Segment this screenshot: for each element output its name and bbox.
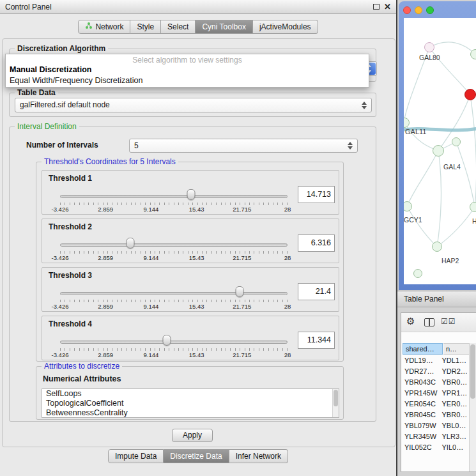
- table-cell[interactable]: YBR045C: [403, 410, 441, 420]
- table-cell[interactable]: YPR1…: [441, 388, 468, 399]
- table-cell[interactable]: YLR345W: [403, 431, 441, 442]
- network-node[interactable]: [464, 89, 476, 100]
- tab-style[interactable]: Style: [130, 20, 161, 34]
- threshold-3-box: Threshold 3 -3.4262.8599.14415.4321.7152…: [42, 267, 339, 312]
- table-cell[interactable]: YBR043C: [403, 377, 441, 388]
- slider-track[interactable]: [60, 292, 288, 295]
- slider-track[interactable]: [60, 341, 288, 344]
- table-cell[interactable]: YDR27…: [403, 366, 441, 377]
- table-row[interactable]: YDL19… YDL1…: [403, 355, 468, 366]
- table-row[interactable]: YER054C YER0…: [403, 399, 468, 410]
- slider-thumb[interactable]: [236, 286, 244, 297]
- table-cell[interactable]: YDL1…: [441, 355, 468, 366]
- scrollbar-thumb[interactable]: [470, 344, 475, 399]
- threshold-4-value-field[interactable]: 11.344: [298, 332, 335, 349]
- table-cell[interactable]: YER0…: [441, 399, 468, 410]
- threshold-1-value-field[interactable]: 14.713: [298, 186, 335, 203]
- table-cell[interactable]: YER054C: [403, 399, 441, 410]
- apply-button[interactable]: Apply: [172, 429, 213, 442]
- network-node[interactable]: [470, 49, 476, 59]
- slider-thumb[interactable]: [127, 238, 135, 249]
- column-header-shared-name[interactable]: shared…: [403, 343, 443, 355]
- slider-thumb[interactable]: [187, 189, 196, 200]
- network-node[interactable]: [433, 145, 444, 157]
- network-node[interactable]: [413, 269, 422, 278]
- network-node[interactable]: [470, 202, 476, 212]
- numerical-attributes-list[interactable]: SelfLoopsTopologicalCoefficientBetweenne…: [42, 388, 339, 418]
- table-row[interactable]: YBR043C YBR0…: [403, 377, 468, 388]
- zoom-traffic-light[interactable]: [426, 6, 434, 14]
- list-item[interactable]: SelfLoops: [42, 389, 339, 399]
- table-panel-header[interactable]: Table Panel: [397, 291, 476, 307]
- table-row[interactable]: YLR345W YLR3…: [403, 431, 468, 442]
- tab-network[interactable]: Network: [78, 20, 130, 34]
- tab-discretize-data[interactable]: Discretize Data: [164, 449, 229, 463]
- table-panel-toolbar: ⚙ ☑☑: [401, 313, 476, 332]
- slider-ticks: [60, 300, 288, 302]
- table-cell[interactable]: YPR145W: [403, 388, 441, 399]
- scale-tick-label: -3.426: [52, 351, 69, 358]
- table-row[interactable]: YPR145W YPR1…: [403, 388, 468, 399]
- table-row[interactable]: YBR045C YBR0…: [403, 410, 468, 420]
- table-cell[interactable]: YDL19…: [403, 355, 441, 366]
- tab-infer-network[interactable]: Infer Network: [229, 449, 288, 463]
- threshold-2-slider[interactable]: [60, 236, 288, 250]
- table-cell[interactable]: YBL0…: [441, 420, 468, 431]
- table-cell[interactable]: YBL079W: [403, 420, 441, 431]
- table-row[interactable]: YBL079W YBL0…: [403, 420, 468, 431]
- control-panel-titlebar[interactable]: Control Panel ✕: [0, 0, 396, 14]
- table-row[interactable]: YDR27… YDR2…: [403, 366, 468, 377]
- interval-definition-group: Interval Definition Number of Intervals …: [9, 127, 376, 422]
- slider-ticks: [60, 203, 288, 205]
- network-canvas[interactable]: GAL80 GAL11 GAL4 GCY1 HAP2 H: [404, 18, 476, 284]
- select-columns-icon[interactable]: ☑☑: [441, 317, 456, 326]
- threshold-2-value-field[interactable]: 6.316: [298, 234, 335, 252]
- close-icon[interactable]: ✕: [384, 2, 391, 12]
- slider-track[interactable]: [60, 243, 288, 247]
- gear-icon[interactable]: ⚙: [406, 316, 415, 327]
- algorithm-dropdown-popup: Select algorithm to view settings Manual…: [5, 54, 369, 88]
- number-of-intervals-combobox[interactable]: 5: [129, 139, 358, 153]
- list-item[interactable]: TopologicalCoefficient: [42, 399, 339, 408]
- slider-track[interactable]: [60, 195, 288, 198]
- table-data-group-label: Table Data: [15, 88, 58, 97]
- slider-thumb[interactable]: [163, 335, 171, 346]
- slider-scale: -3.4262.8599.14415.4321.71528: [60, 206, 288, 213]
- scale-tick-label: 15.43: [189, 206, 204, 213]
- columns-icon[interactable]: [424, 318, 434, 326]
- threshold-3-value-field[interactable]: 21.4: [298, 283, 335, 300]
- table-cell[interactable]: YLR3…: [441, 431, 468, 442]
- table-scrollbar[interactable]: [469, 343, 476, 472]
- dropdown-option-equal-width[interactable]: Equal Width/Frequency Discretization: [10, 76, 142, 85]
- threshold-1-slider[interactable]: [60, 188, 288, 202]
- minimize-traffic-light[interactable]: [415, 6, 422, 14]
- threshold-4-slider[interactable]: [60, 334, 288, 348]
- table-data-combobox[interactable]: galFiltered.sif default node: [15, 98, 372, 112]
- tab-cyni-toolbox[interactable]: Cyni Toolbox: [196, 20, 252, 34]
- combo-arrows-icon: [362, 102, 367, 109]
- table-cell[interactable]: YBR0…: [441, 410, 468, 420]
- table-row[interactable]: YIL052C YIL0…: [403, 442, 468, 453]
- tab-select[interactable]: Select: [161, 20, 196, 34]
- dropdown-option-manual-discretization[interactable]: Manual Discretization: [10, 65, 92, 74]
- scrollbar-thumb[interactable]: [334, 390, 338, 406]
- tab-jactivemodules[interactable]: jActiveModules: [253, 20, 318, 34]
- table-cell[interactable]: YDR2…: [441, 366, 468, 377]
- tab-impute-data[interactable]: Impute Data: [108, 449, 164, 463]
- network-node[interactable]: [424, 42, 434, 52]
- table-cell[interactable]: YIL052C: [403, 442, 441, 453]
- network-node[interactable]: [452, 137, 461, 146]
- float-window-icon[interactable]: [373, 4, 380, 10]
- table-cell[interactable]: YIL0…: [441, 442, 468, 453]
- list-item[interactable]: BetweennessCentrality: [42, 408, 339, 418]
- network-node[interactable]: [432, 242, 442, 252]
- number-of-intervals-value: 5: [134, 141, 139, 150]
- node-label-gal11: GAL11: [405, 128, 426, 135]
- table-cell[interactable]: YBR0…: [441, 377, 468, 388]
- node-label-gal4: GAL4: [443, 163, 461, 171]
- threshold-3-slider[interactable]: [60, 285, 288, 299]
- scale-tick-label: 9.144: [144, 351, 159, 358]
- list-scrollbar[interactable]: [332, 389, 339, 417]
- dropdown-hint-option[interactable]: Select algorithm to view settings: [6, 56, 369, 65]
- close-traffic-light[interactable]: [403, 6, 411, 14]
